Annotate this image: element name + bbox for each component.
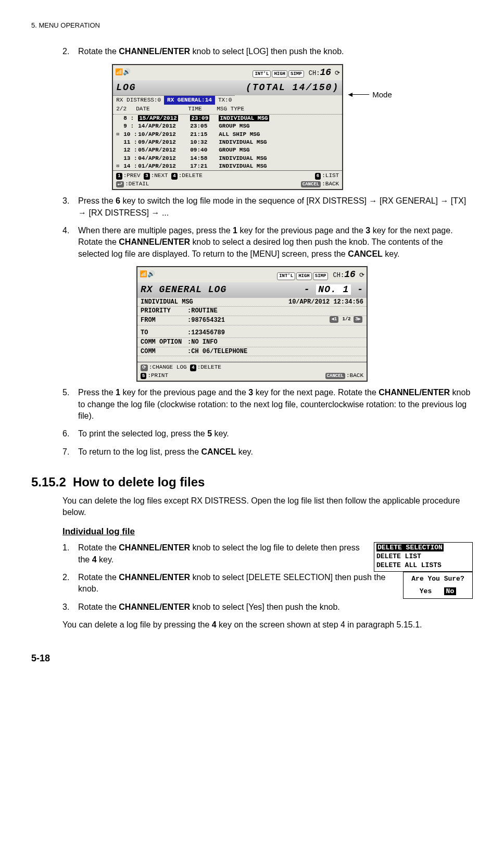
detail-comm-option: COMM OPTION:NO INFO	[137, 338, 367, 347]
delete-selection-option: DELETE SELECTION	[376, 544, 444, 551]
row-time: 17:21	[190, 162, 219, 170]
key-name: 4	[92, 555, 97, 564]
row-date: 05/APR/2012	[138, 146, 190, 154]
row-msg-type: ALL SHIP MSG	[219, 131, 339, 139]
key-4: 4	[190, 365, 196, 371]
log-row: 12 :05/APR/201209:40GROUP MSG	[113, 146, 342, 154]
subheading: Individual log file	[62, 525, 473, 538]
unread-icon	[116, 122, 123, 130]
unread-icon	[116, 115, 123, 122]
delete-step-3: 3. Rotate the CHANNEL/ENTER knob to sele…	[31, 601, 473, 613]
row-time: 10:32	[190, 139, 219, 146]
step-6: 6. To print the selected log, press the …	[31, 428, 473, 439]
detail-comm: COMM:CH 06/TELEPHONE	[137, 347, 367, 357]
row-time: 14:58	[190, 155, 219, 162]
step-number: 2.	[62, 572, 78, 595]
next-label: :NEXT	[151, 172, 168, 179]
step-number: 4.	[62, 225, 78, 260]
footer-left: 1:PREV 3:NEXT 4:DELETE	[116, 172, 203, 180]
channel-number: 16	[344, 269, 356, 280]
signal-icon: 📶🔊	[140, 270, 155, 279]
lcd-screen: 📶🔊 INT'LHIGHSIMP CH:16 ⟳ LOG (TOTAL 14/1…	[112, 64, 343, 191]
footer-right2: CANCEL:BACK	[301, 180, 339, 188]
row-msg-type: INDIVIDUAL MSG	[219, 139, 339, 146]
value: :123456789	[187, 329, 225, 336]
footer-row2: ⮐:DETAIL CANCEL:BACK	[116, 180, 339, 188]
prev-label: :PREV	[123, 172, 141, 179]
detail-priority: PRIORITY:ROUTINE	[137, 307, 367, 316]
row-index: 8 :	[123, 115, 138, 122]
row-index: 10 :	[123, 131, 138, 139]
arrow-icon	[348, 94, 369, 95]
row: FROM:987654321	[141, 316, 225, 325]
log-row: ✉10 :10/APR/201221:15ALL SHIP MSG	[113, 131, 342, 139]
page-header: 5. MENU OPERATION	[31, 21, 473, 30]
row-msg-type: GROUP MSG	[219, 146, 339, 154]
text: Rotate the	[78, 543, 119, 552]
unread-icon: ✉	[116, 162, 123, 170]
no-option: No	[444, 587, 457, 595]
col-date: DATE	[136, 105, 188, 113]
key-name: 5	[207, 429, 212, 438]
step-body: Rotate the CHANNEL/ENTER knob to select …	[78, 572, 397, 595]
log-rows: 8 :15/APR/201223:09INDIVIDUAL MSG9 :14/A…	[113, 115, 342, 171]
text: key.	[383, 249, 400, 258]
simp-pill: SIMP	[313, 272, 329, 280]
unread-icon	[116, 146, 123, 154]
text: You can delete a log file by pressing th…	[62, 620, 212, 629]
simp-pill: SIMP	[288, 70, 304, 78]
title-left: RX GENERAL LOG	[141, 283, 226, 296]
label: PRIORITY	[141, 307, 187, 316]
next-page-icon: 3▶	[354, 316, 362, 323]
high-pill: HIGH	[296, 272, 312, 280]
step-body: Press the 6 key to switch the log file m…	[78, 195, 473, 219]
step-number: 2.	[62, 46, 78, 57]
unread-icon: ✉	[116, 131, 123, 139]
key-name: CHANNEL/ENTER	[119, 47, 190, 56]
delete-step-1: 1. Rotate the CHANNEL/ENTER knob to sele…	[31, 542, 368, 566]
key-name: CHANNEL/ENTER	[119, 237, 190, 246]
msg-type: INDIVIDUAL MSG	[141, 298, 193, 307]
mode-annotation: Mode	[348, 89, 392, 100]
lcd-footer: ⟳:CHANGE LOG 4:DELETE 5:PRINT CANCEL:BAC…	[137, 362, 367, 381]
row-date: 09/APR/2012	[138, 139, 190, 146]
step-number: 3.	[62, 601, 78, 613]
col-time: TIME	[188, 105, 217, 113]
detail-from: FROM:987654321 ◀1 1/2 3▶	[137, 316, 367, 325]
log-row: 11 :09/APR/201210:32INDIVIDUAL MSG	[113, 139, 342, 146]
title-right: (TOTAL 14/150)	[246, 81, 339, 94]
log-row: 9 :14/APR/201223:05GROUP MSG	[113, 122, 342, 130]
detail-to: TO:123456789	[137, 329, 367, 338]
row-date: 14/APR/2012	[138, 122, 190, 130]
enter-key-icon: ⮐	[116, 181, 124, 188]
key-1: 1	[116, 173, 122, 180]
value: :ROUTINE	[187, 307, 218, 315]
row-index: 12 :	[123, 146, 138, 154]
lcd-title: RX GENERAL LOG - NO. 1 -	[137, 282, 367, 297]
status-right: INT'LHIGHSIMP CH:16 ⟳	[277, 268, 364, 281]
figure-log-list: 📶🔊 INT'LHIGHSIMP CH:16 ⟳ LOG (TOTAL 14/1…	[31, 64, 473, 191]
print-label: :PRINT	[147, 372, 168, 379]
channel-number: 16	[320, 67, 331, 78]
confirm-text: Are You Sure?	[407, 574, 469, 584]
title-left: LOG	[116, 81, 136, 94]
step-body: To return to the log list, press the CAN…	[78, 446, 473, 458]
lcd-status-bar: 📶🔊 INT'LHIGHSIMP CH:16 ⟳	[113, 65, 342, 80]
key-name: CHANNEL/ENTER	[119, 543, 190, 552]
label: TO	[141, 329, 187, 337]
intl-pill: INT'L	[277, 272, 295, 280]
row-time: 21:15	[190, 131, 219, 139]
loading-icon: ⟳	[359, 272, 364, 279]
yes-option: Yes	[420, 587, 432, 595]
footer-left2: ⮐:DETAIL	[116, 180, 149, 188]
lcd-footer: 1:PREV 3:NEXT 4:DELETE 6:LIST ⮐:DETAIL C…	[113, 170, 342, 189]
unread-icon	[116, 139, 123, 146]
footer-left2: 5:PRINT	[141, 372, 168, 380]
knob-icon: ⟳	[141, 365, 148, 371]
list-label: :LIST	[322, 172, 339, 179]
log-row: ✉14 :01/APR/201217:21INDIVIDUAL MSG	[113, 162, 342, 170]
cancel-key-icon: CANCEL	[301, 181, 321, 188]
delete-label: :DELETE	[197, 364, 221, 370]
log-row: 13 :04/APR/201214:58INDIVIDUAL MSG	[113, 155, 342, 162]
section-intro: You can delete the log files except RX D…	[62, 495, 473, 519]
